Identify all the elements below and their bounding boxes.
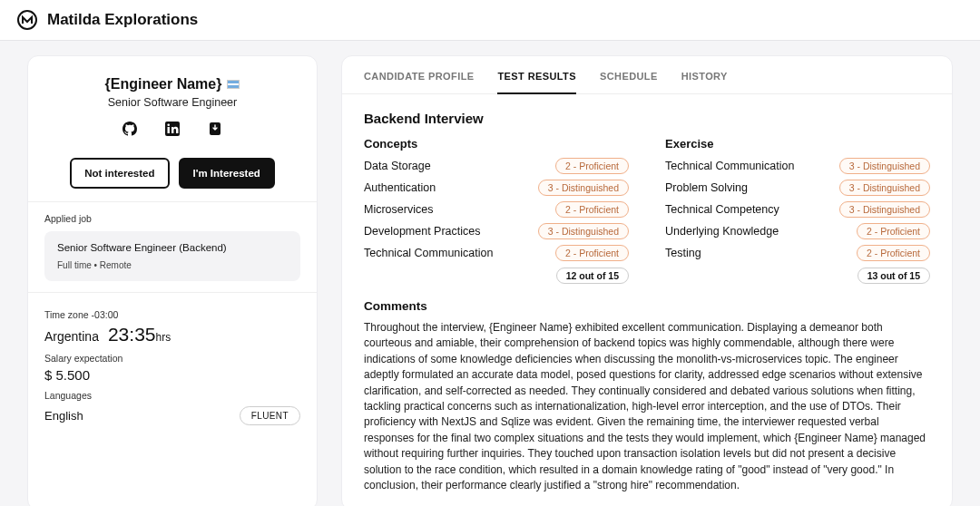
interview-title: Backend Interview bbox=[364, 111, 930, 126]
score-badge: 3 - Distinguished bbox=[538, 223, 629, 239]
candidate-card: {Engineer Name} Senior Software Engineer… bbox=[27, 55, 318, 506]
languages-label: Languages bbox=[44, 390, 300, 401]
score-label: Microservices bbox=[364, 203, 433, 216]
download-icon[interactable] bbox=[208, 122, 222, 136]
score-badge: 2 - Proficient bbox=[857, 223, 930, 239]
score-badge: 2 - Proficient bbox=[555, 201, 629, 218]
score-badge: 2 - Proficient bbox=[555, 158, 629, 174]
main-panel: CANDIDATE PROFILE TEST RESULTS SCHEDULE … bbox=[341, 55, 953, 506]
app-logo-icon bbox=[16, 9, 38, 31]
score-badge: 3 - Distinguished bbox=[839, 201, 930, 218]
svg-point-3 bbox=[167, 124, 170, 127]
score-badge: 3 - Distinguished bbox=[839, 180, 930, 196]
score-label: Problem Solving bbox=[665, 181, 748, 194]
comments-body: Throughout the interview, {Engineer Name… bbox=[364, 320, 930, 493]
score-row: Technical Competency3 - Distinguished bbox=[665, 201, 930, 218]
score-row: Underlying Knowledge2 - Proficient bbox=[665, 223, 930, 239]
github-icon[interactable] bbox=[122, 122, 137, 136]
tab-history[interactable]: HISTORY bbox=[681, 71, 728, 93]
app-header: Matilda Explorations bbox=[0, 0, 980, 41]
score-row: Authentication3 - Distinguished bbox=[364, 180, 629, 196]
salary-value: $ 5.500 bbox=[44, 367, 300, 383]
comments-heading: Comments bbox=[364, 299, 930, 313]
score-label: Technical Competency bbox=[665, 203, 779, 216]
timezone-label: Time zone -03:00 bbox=[44, 309, 300, 320]
score-label: Data Storage bbox=[364, 160, 431, 172]
svg-rect-2 bbox=[167, 127, 169, 133]
country-value: Argentina bbox=[44, 329, 99, 344]
candidate-name: {Engineer Name} bbox=[105, 76, 240, 92]
score-label: Testing bbox=[665, 247, 701, 259]
interested-button[interactable]: I'm Interested bbox=[179, 158, 275, 189]
score-badge: 3 - Distinguished bbox=[538, 180, 629, 196]
score-row: Development Practices3 - Distinguished bbox=[364, 223, 629, 239]
concepts-column: Concepts Data Storage2 - ProficientAuthe… bbox=[364, 137, 629, 283]
applied-job-box[interactable]: Senior Software Engineer (Backend) Full … bbox=[44, 231, 300, 281]
score-row: Testing2 - Proficient bbox=[665, 245, 930, 261]
svg-point-0 bbox=[18, 11, 36, 29]
score-badge: 2 - Proficient bbox=[857, 245, 930, 261]
candidate-role: Senior Software Engineer bbox=[44, 96, 300, 109]
score-row: Technical Communication2 - Proficient bbox=[364, 245, 629, 261]
language-level-badge: FLUENT bbox=[240, 406, 300, 425]
exercise-heading: Exercise bbox=[665, 137, 930, 151]
score-label: Technical Communication bbox=[665, 160, 794, 172]
tab-test-results[interactable]: TEST RESULTS bbox=[497, 71, 576, 94]
salary-label: Salary expectation bbox=[44, 353, 300, 364]
score-row: Problem Solving3 - Distinguished bbox=[665, 180, 930, 196]
score-badge: 3 - Distinguished bbox=[839, 158, 930, 174]
tab-candidate-profile[interactable]: CANDIDATE PROFILE bbox=[364, 71, 474, 93]
applied-job-sub: Full time • Remote bbox=[57, 260, 288, 270]
score-label: Authentication bbox=[364, 181, 436, 194]
time-value: 23:35 bbox=[108, 324, 156, 345]
exercise-column: Exercise Technical Communication3 - Dist… bbox=[665, 137, 930, 283]
exercise-score-badge: 13 out of 15 bbox=[858, 268, 930, 284]
language-name: English bbox=[44, 409, 83, 423]
concepts-score-badge: 12 out of 15 bbox=[556, 268, 629, 284]
score-label: Development Practices bbox=[364, 225, 481, 238]
applied-job-title: Senior Software Engineer (Backend) bbox=[57, 242, 288, 253]
score-row: Microservices2 - Proficient bbox=[364, 201, 629, 218]
concepts-list: Data Storage2 - ProficientAuthentication… bbox=[364, 158, 629, 261]
linkedin-icon[interactable] bbox=[165, 122, 180, 136]
exercise-list: Technical Communication3 - Distinguished… bbox=[665, 158, 930, 261]
time-suffix: hrs bbox=[156, 331, 172, 344]
score-badge: 2 - Proficient bbox=[555, 245, 629, 261]
score-label: Technical Communication bbox=[364, 247, 493, 259]
concepts-heading: Concepts bbox=[364, 137, 629, 151]
app-title: Matilda Explorations bbox=[47, 11, 198, 29]
score-row: Technical Communication3 - Distinguished bbox=[665, 158, 930, 174]
not-interested-button[interactable]: Not interested bbox=[70, 158, 169, 189]
score-row: Data Storage2 - Proficient bbox=[364, 158, 629, 174]
applied-job-label: Applied job bbox=[44, 213, 300, 224]
tab-schedule[interactable]: SCHEDULE bbox=[600, 71, 658, 93]
score-label: Underlying Knowledge bbox=[665, 225, 779, 238]
flag-argentina-icon bbox=[227, 80, 240, 89]
